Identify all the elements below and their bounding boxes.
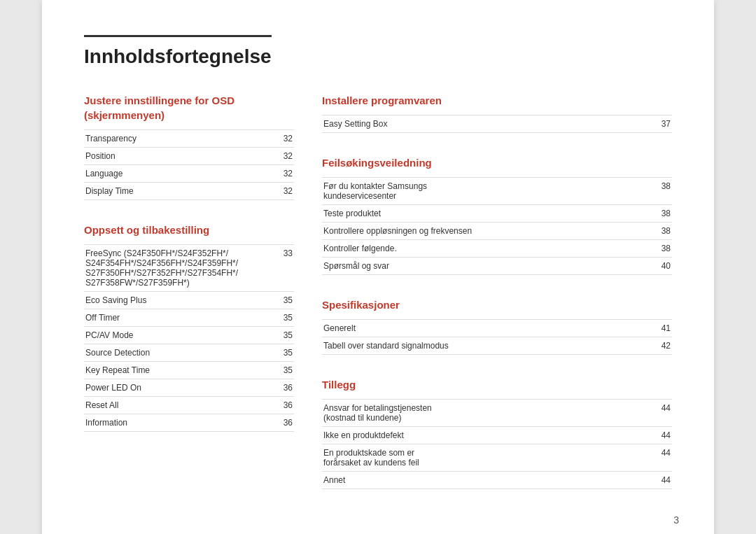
toc-label: Kontrollere oppløsningen og frekvensen bbox=[322, 223, 656, 240]
toc-table-oppsett: FreeSync (S24F350FH*/S24F352FH*/ S24F354… bbox=[84, 244, 294, 432]
toc-page-num: 44 bbox=[656, 472, 672, 489]
section-heading-spesifikasjoner: Spesifikasjoner bbox=[322, 297, 672, 312]
toc-page-num: 32 bbox=[278, 130, 294, 148]
toc-page-num: 32 bbox=[278, 165, 294, 183]
toc-page-num: 44 bbox=[656, 427, 672, 444]
toc-label: Language bbox=[84, 165, 278, 183]
toc-label: Ansvar for betalingstjenesten (kostnad t… bbox=[322, 400, 656, 427]
table-row: Display Time32 bbox=[84, 183, 294, 200]
toc-page-num: 35 bbox=[278, 309, 294, 327]
table-row: Ikke en produktdefekt44 bbox=[322, 427, 672, 444]
toc-label: Power LED On bbox=[84, 379, 278, 397]
section-heading-feilsoking: Feilsøkingsveiledning bbox=[322, 155, 672, 170]
toc-page-num: 42 bbox=[656, 337, 672, 355]
page-number: 3 bbox=[673, 514, 679, 526]
section-installere: Installere programvarenEasy Setting Box3… bbox=[322, 93, 672, 133]
toc-label: Display Time bbox=[84, 183, 278, 200]
table-row: Information36 bbox=[84, 414, 294, 432]
section-tillegg: TilleggAnsvar for betalingstjenesten (ko… bbox=[322, 377, 672, 489]
table-row: Teste produktet38 bbox=[322, 205, 672, 223]
section-heading-osd: Justere innstillingene for OSD (skjermme… bbox=[84, 93, 294, 122]
toc-label: Generelt bbox=[322, 320, 656, 337]
table-row: Spørsmål og svar40 bbox=[322, 258, 672, 275]
toc-table-feilsoking: Før du kontakter Samsungs kundeservicese… bbox=[322, 177, 672, 275]
toc-page-num: 32 bbox=[278, 183, 294, 200]
table-row: Tabell over standard signalmodus42 bbox=[322, 337, 672, 355]
table-row: Kontroller følgende.38 bbox=[322, 240, 672, 258]
table-row: En produktskade som er forårsaket av kun… bbox=[322, 444, 672, 472]
section-oppsett: Oppsett og tilbakestillingFreeSync (S24F… bbox=[84, 223, 294, 432]
toc-label: Key Repeat Time bbox=[84, 362, 278, 379]
table-row: Source Detection35 bbox=[84, 344, 294, 362]
table-row: Easy Setting Box37 bbox=[322, 115, 672, 133]
toc-table-osd: Transparency32Position32Language32Displa… bbox=[84, 129, 294, 200]
toc-label: FreeSync (S24F350FH*/S24F352FH*/ S24F354… bbox=[84, 245, 278, 292]
toc-page-num: 37 bbox=[656, 115, 672, 133]
toc-label: Position bbox=[84, 148, 278, 165]
toc-table-installere: Easy Setting Box37 bbox=[322, 115, 672, 133]
toc-label: Kontroller følgende. bbox=[322, 240, 656, 258]
toc-label: Reset All bbox=[84, 397, 278, 414]
toc-page-num: 38 bbox=[656, 178, 672, 205]
section-heading-tillegg: Tillegg bbox=[322, 377, 672, 392]
table-row: Før du kontakter Samsungs kundeservicese… bbox=[322, 178, 672, 205]
toc-label: Transparency bbox=[84, 130, 278, 148]
table-row: Transparency32 bbox=[84, 130, 294, 148]
right-column: Installere programvarenEasy Setting Box3… bbox=[322, 93, 672, 512]
table-row: Kontrollere oppløsningen og frekvensen38 bbox=[322, 223, 672, 240]
table-row: PC/AV Mode35 bbox=[84, 327, 294, 344]
toc-label: Easy Setting Box bbox=[322, 115, 656, 133]
section-heading-oppsett: Oppsett og tilbakestilling bbox=[84, 223, 294, 237]
toc-page-num: 38 bbox=[656, 223, 672, 240]
toc-page-num: 36 bbox=[278, 379, 294, 397]
toc-page-num: 36 bbox=[278, 397, 294, 414]
table-row: Eco Saving Plus35 bbox=[84, 292, 294, 309]
section-heading-installere: Installere programvaren bbox=[322, 93, 672, 108]
table-row: Key Repeat Time35 bbox=[84, 362, 294, 379]
toc-page-num: 38 bbox=[656, 240, 672, 258]
toc-page-num: 41 bbox=[656, 320, 672, 337]
toc-label: PC/AV Mode bbox=[84, 327, 278, 344]
content-columns: Justere innstillingene for OSD (skjermme… bbox=[84, 93, 672, 512]
section-feilsoking: FeilsøkingsveiledningFør du kontakter Sa… bbox=[322, 155, 672, 275]
toc-label: Information bbox=[84, 414, 278, 432]
toc-table-spesifikasjoner: Generelt41Tabell over standard signalmod… bbox=[322, 319, 672, 355]
table-row: Ansvar for betalingstjenesten (kostnad t… bbox=[322, 400, 672, 427]
toc-label: Eco Saving Plus bbox=[84, 292, 278, 309]
table-row: Generelt41 bbox=[322, 320, 672, 337]
page: Innholdsfortegnelse Justere innstillinge… bbox=[42, 0, 714, 534]
table-row: Power LED On36 bbox=[84, 379, 294, 397]
toc-page-num: 44 bbox=[656, 400, 672, 427]
toc-page-num: 35 bbox=[278, 327, 294, 344]
section-spesifikasjoner: SpesifikasjonerGenerelt41Tabell over sta… bbox=[322, 297, 672, 355]
toc-label: En produktskade som er forårsaket av kun… bbox=[322, 444, 656, 472]
toc-page-num: 40 bbox=[656, 258, 672, 275]
table-row: FreeSync (S24F350FH*/S24F352FH*/ S24F354… bbox=[84, 245, 294, 292]
table-row: Off Timer35 bbox=[84, 309, 294, 327]
left-column: Justere innstillingene for OSD (skjermme… bbox=[84, 93, 294, 512]
table-row: Annet44 bbox=[322, 472, 672, 489]
toc-label: Ikke en produktdefekt bbox=[322, 427, 656, 444]
table-row: Language32 bbox=[84, 165, 294, 183]
table-row: Reset All36 bbox=[84, 397, 294, 414]
table-row: Position32 bbox=[84, 148, 294, 165]
toc-page-num: 44 bbox=[656, 444, 672, 472]
toc-page-num: 32 bbox=[278, 148, 294, 165]
toc-page-num: 35 bbox=[278, 292, 294, 309]
title-block: Innholdsfortegnelse bbox=[84, 35, 272, 68]
toc-label: Source Detection bbox=[84, 344, 278, 362]
toc-label: Før du kontakter Samsungs kundeservicese… bbox=[322, 178, 656, 205]
toc-label: Spørsmål og svar bbox=[322, 258, 656, 275]
page-title: Innholdsfortegnelse bbox=[84, 45, 272, 68]
toc-page-num: 35 bbox=[278, 344, 294, 362]
toc-table-tillegg: Ansvar for betalingstjenesten (kostnad t… bbox=[322, 399, 672, 489]
toc-page-num: 33 bbox=[278, 245, 294, 292]
toc-page-num: 36 bbox=[278, 414, 294, 432]
toc-page-num: 35 bbox=[278, 362, 294, 379]
toc-label: Off Timer bbox=[84, 309, 278, 327]
toc-label: Teste produktet bbox=[322, 205, 656, 223]
toc-page-num: 38 bbox=[656, 205, 672, 223]
toc-label: Annet bbox=[322, 472, 656, 489]
toc-label: Tabell over standard signalmodus bbox=[322, 337, 656, 355]
section-osd: Justere innstillingene for OSD (skjermme… bbox=[84, 93, 294, 200]
